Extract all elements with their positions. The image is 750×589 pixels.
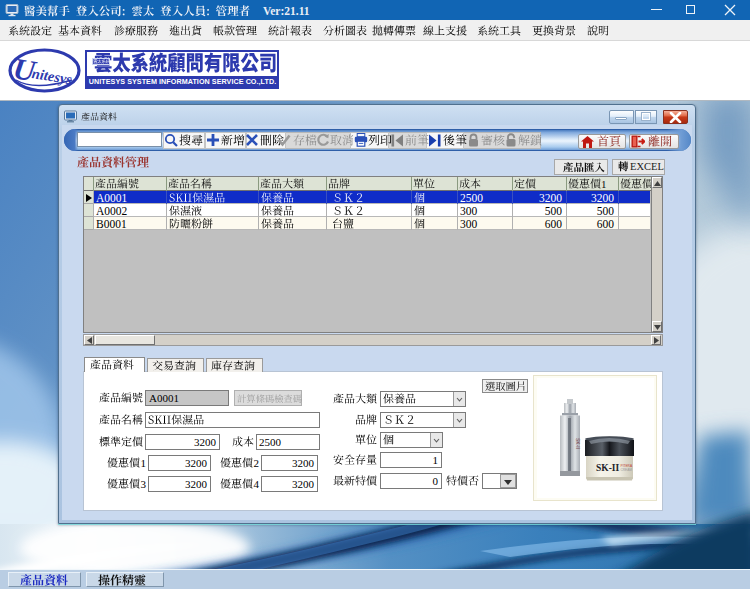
svg-text:CREAM: CREAM	[621, 468, 633, 472]
svg-text:SK-II: SK-II	[575, 438, 581, 449]
svg-text:SK-II: SK-II	[596, 463, 620, 473]
